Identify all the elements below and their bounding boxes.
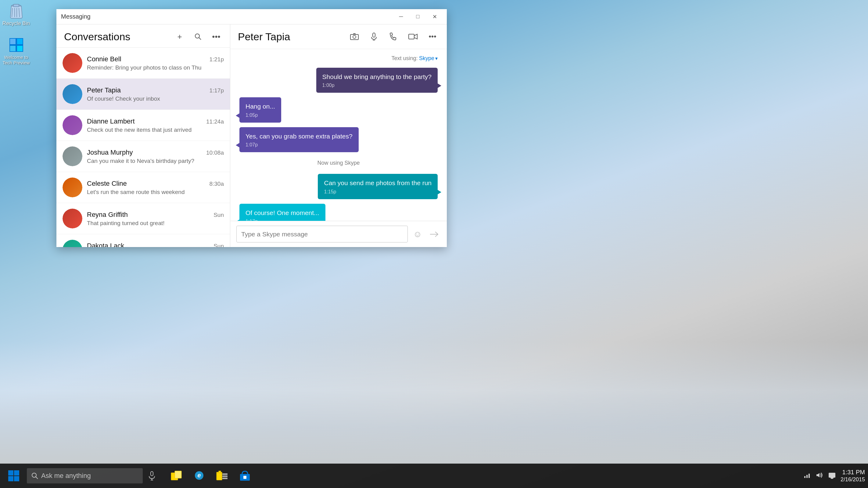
welcome-image (8, 37, 25, 53)
taskbar-app-ie[interactable]: e (188, 465, 210, 486)
svg-rect-5 (13, 4, 19, 7)
desktop: Recycle Bin Welcome toTech Preview Messa… (0, 0, 868, 488)
window-title: Messaging (61, 13, 394, 20)
svg-rect-37 (219, 471, 221, 473)
conv-avatar-1 (63, 84, 82, 104)
taskbar-date-value: 2/16/2015 (841, 476, 865, 483)
send-button[interactable] (427, 227, 441, 241)
conversations-panel: Conversations + ••• (56, 24, 230, 247)
conv-details-5: Reyna Griffith Sun That painting turned … (87, 211, 224, 226)
welcome-icon[interactable]: Welcome toTech Preview (2, 37, 30, 66)
conversation-item-1[interactable]: Peter Tapia 1:17p Of course! Check your … (56, 79, 230, 110)
audio-button[interactable] (367, 30, 381, 43)
msg-time-3: 1:15p (324, 189, 432, 194)
taskbar-mic-button[interactable] (144, 468, 159, 483)
header-actions: + ••• (174, 30, 222, 43)
svg-rect-25 (8, 476, 13, 481)
message-input[interactable] (236, 226, 408, 242)
svg-rect-42 (243, 476, 246, 479)
conversation-item-3[interactable]: Joshua Murphy 10:08a Can you make it to … (56, 141, 230, 172)
msg-text-0: Should we bring anything to the party? (322, 72, 432, 81)
message-3: Can you send me photos from the run 1:15… (318, 174, 438, 199)
svg-rect-22 (409, 34, 414, 39)
taskbar-search[interactable]: Ask me anything (27, 468, 143, 483)
text-using-bar: Text using: Skype ▾ (240, 55, 438, 62)
recycle-bin-label: Recycle Bin (2, 21, 30, 27)
status-line: Now using Skype (240, 157, 438, 169)
conv-details-1: Peter Tapia 1:17p Of course! Check your … (87, 86, 224, 102)
network-icon[interactable] (803, 472, 811, 480)
taskbar-app-filemanager[interactable] (211, 465, 233, 486)
conv-avatar-6 (63, 240, 82, 247)
conversation-item-0[interactable]: Connie Bell 1:21p Reminder: Bring your p… (56, 48, 230, 79)
taskbar-app-store[interactable] (234, 465, 255, 486)
recycle-bin-icon[interactable]: Recycle Bin (2, 2, 30, 27)
search-placeholder: Ask me anything (41, 472, 91, 480)
conv-details-4: Celeste Cline 8:30a Let's run the same r… (87, 180, 224, 195)
chat-panel: Peter Tapia (230, 24, 447, 247)
svg-rect-29 (151, 471, 153, 476)
minimize-button[interactable]: ─ (394, 11, 409, 23)
conv-avatar-2 (63, 115, 82, 135)
close-button[interactable]: ✕ (427, 11, 442, 23)
search-icon (31, 472, 38, 479)
notification-icon[interactable] (828, 471, 836, 480)
taskbar-app-files[interactable] (165, 465, 187, 486)
svg-rect-33 (175, 471, 182, 478)
conv-details-3: Joshua Murphy 10:08a Can you make it to … (87, 149, 224, 164)
conversation-item-5[interactable]: Reyna Griffith Sun That painting turned … (56, 203, 230, 234)
msg-text-1: Hang on... (246, 102, 275, 111)
conv-avatar-4 (63, 178, 82, 197)
svg-point-15 (195, 34, 199, 38)
conv-time-2: 11:24a (206, 118, 224, 125)
conv-avatar-0 (63, 53, 82, 73)
conv-preview-1: Of course! Check your inbox (87, 95, 224, 102)
maximize-button[interactable]: □ (410, 11, 426, 23)
more-conversations-button[interactable]: ••• (210, 30, 222, 43)
conv-name-5: Reyna Griffith (87, 211, 128, 219)
conv-name-1: Peter Tapia (87, 86, 121, 94)
more-chat-button[interactable]: ••• (426, 30, 439, 43)
camera-button[interactable] (348, 30, 361, 43)
search-conversations-button[interactable] (192, 30, 204, 43)
svg-rect-38 (222, 474, 227, 475)
conversation-item-6[interactable]: Dakota Lack Sun Running late, be there a… (56, 234, 230, 247)
text-using-service[interactable]: Skype (419, 55, 434, 62)
ie-icon: e (193, 470, 205, 481)
conversations-heading: Conversations (64, 31, 174, 43)
call-button[interactable] (387, 30, 400, 43)
message-4: Of course! One moment... 1:17p (240, 204, 326, 221)
conversations-header: Conversations + ••• (56, 24, 230, 48)
msg-time-4: 1:17p (246, 219, 319, 221)
msg-time-2: 1:07p (246, 142, 352, 148)
video-button[interactable] (406, 30, 420, 43)
msg-time-0: 1:00p (322, 83, 432, 88)
chat-messages: Text using: Skype ▾ Should we bring anyt… (230, 49, 447, 221)
volume-icon[interactable] (815, 472, 824, 480)
svg-rect-13 (10, 46, 16, 51)
svg-point-18 (353, 35, 356, 38)
svg-point-27 (32, 473, 36, 477)
new-conversation-button[interactable]: + (174, 30, 186, 43)
msg-text-4: Of course! One moment... (246, 208, 319, 217)
svg-rect-19 (373, 33, 375, 37)
store-icon (239, 470, 251, 481)
svg-rect-14 (17, 46, 23, 51)
start-button[interactable] (3, 465, 24, 486)
text-using-chevron[interactable]: ▾ (435, 56, 438, 61)
conversation-item-2[interactable]: Dianne Lambert 11:24a Check out the new … (56, 110, 230, 141)
title-bar: Messaging ─ □ ✕ (56, 9, 447, 24)
taskbar-datetime[interactable]: 1:31 PM 2/16/2015 (841, 468, 865, 483)
emoji-button[interactable]: ☺ (411, 227, 424, 241)
conv-preview-3: Can you make it to Neva's birthday party… (87, 158, 224, 164)
svg-rect-12 (17, 39, 23, 44)
conv-preview-2: Check out the new items that just arrive… (87, 127, 224, 133)
conversation-item-4[interactable]: Celeste Cline 8:30a Let's run the same r… (56, 172, 230, 203)
svg-rect-39 (222, 476, 227, 477)
msg-text-2: Yes, can you grab some extra plates? (246, 132, 352, 141)
recycle-bin-image (8, 2, 25, 19)
message-0: Should we bring anything to the party? 1… (316, 68, 438, 93)
svg-rect-26 (14, 476, 19, 481)
conv-name-2: Dianne Lambert (87, 117, 135, 125)
chat-input-area: ☺ (230, 221, 447, 247)
